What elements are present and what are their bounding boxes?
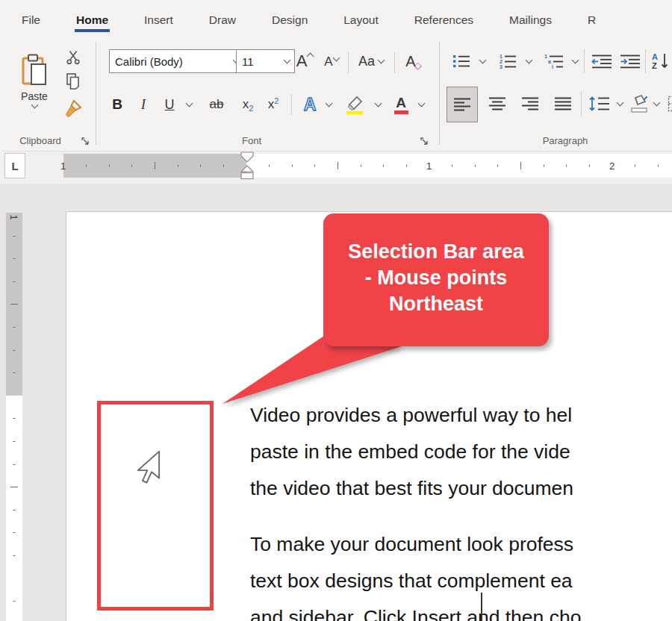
bold-button[interactable]: B — [106, 90, 128, 119]
superscript-2: 2 — [274, 96, 279, 105]
font-color-bar — [394, 110, 408, 114]
first-line-indent-marker[interactable] — [241, 152, 253, 162]
borders-button[interactable] — [663, 87, 672, 121]
hanging-indent-marker[interactable] — [241, 166, 253, 172]
numbering-chevron-icon — [525, 57, 532, 64]
svg-text:A: A — [652, 52, 658, 61]
text-highlight-button[interactable] — [339, 90, 370, 119]
multilevel-chevron-icon — [571, 57, 579, 64]
align-left-button[interactable] — [447, 87, 478, 122]
vertical-ruler-number: 1 — [9, 209, 19, 225]
sort-button[interactable]: AZ — [648, 46, 672, 76]
tab-layout[interactable]: Layout — [326, 7, 396, 32]
svg-text:2: 2 — [500, 59, 503, 64]
tab-draw[interactable]: Draw — [191, 7, 254, 32]
subscript-button[interactable]: x 2 — [236, 90, 260, 119]
line-spacing-dropdown[interactable] — [614, 87, 626, 121]
text-insertion-caret — [481, 593, 482, 621]
italic-letter: I — [141, 96, 146, 113]
clear-formatting-eraser-icon: ◇ — [414, 60, 422, 71]
align-center-button[interactable] — [482, 87, 512, 121]
grow-font-caret-icon — [307, 52, 314, 60]
superscript-button[interactable]: x 2 — [261, 90, 285, 119]
text-effects-button[interactable]: A — [297, 90, 323, 119]
group-divider — [96, 42, 96, 145]
line-spacing-chevron-icon — [616, 99, 623, 107]
strikethrough-button[interactable]: ab — [200, 90, 233, 119]
text-highlight-dropdown[interactable] — [372, 90, 384, 119]
align-left-icon — [453, 97, 471, 112]
italic-button[interactable]: I — [133, 90, 154, 119]
copy-icon — [66, 72, 81, 90]
subscript-x: x — [243, 97, 249, 112]
shading-dropdown[interactable] — [651, 87, 662, 121]
horizontal-ruler-ticks: 112 — [0, 154, 672, 178]
multilevel-list-button[interactable]: 1ai — [539, 46, 569, 76]
tab-home[interactable]: Home — [58, 7, 126, 32]
clear-formatting-button[interactable]: A ◇ — [399, 48, 429, 75]
numbering-button[interactable]: 123 — [494, 46, 521, 76]
line-spacing-button[interactable] — [585, 87, 614, 121]
tab-design[interactable]: Design — [254, 7, 326, 32]
font-size-value: 11 — [242, 55, 254, 68]
shading-button[interactable] — [627, 87, 653, 121]
font-name-value: Calibri (Body) — [115, 55, 183, 68]
indent-markers[interactable] — [239, 152, 255, 183]
left-indent-marker[interactable] — [241, 173, 253, 179]
borders-icon — [668, 96, 672, 112]
bullets-dropdown[interactable] — [476, 46, 488, 76]
selection-bar-highlight-rectangle — [97, 401, 214, 611]
svg-text:1: 1 — [500, 54, 503, 59]
copy-button[interactable] — [63, 70, 84, 93]
change-case-button[interactable]: Aa — [352, 48, 390, 75]
underline-button[interactable]: U — [158, 90, 181, 119]
document-paragraph-2[interactable]: To make your document look profess text … — [250, 526, 581, 621]
paragraph-group-label: Paragraph — [513, 135, 617, 146]
cut-button[interactable] — [63, 48, 84, 67]
clipboard-dialog-launcher[interactable] — [79, 135, 90, 146]
format-painter-button[interactable] — [60, 97, 84, 121]
callout-bubble: Selection Bar area - Mouse points Northe… — [323, 213, 549, 346]
decrease-indent-icon — [591, 54, 612, 69]
decrease-indent-button[interactable] — [588, 46, 615, 76]
small-divider — [348, 52, 349, 73]
small-divider — [394, 52, 395, 73]
font-size-combobox[interactable]: 11 — [236, 49, 295, 73]
bullets-chevron-icon — [479, 57, 486, 64]
align-right-button[interactable] — [515, 87, 545, 121]
tab-review-truncated[interactable]: R — [570, 7, 614, 32]
grow-font-button[interactable]: A — [291, 48, 318, 75]
document-paragraph-1[interactable]: Video provides a powerful way to hel pas… — [250, 397, 573, 507]
line-spacing-icon — [589, 96, 610, 112]
change-case-chevron-icon — [378, 57, 385, 64]
font-color-button[interactable]: A — [387, 90, 415, 119]
multilevel-dropdown[interactable] — [569, 46, 581, 76]
subscript-2: 2 — [249, 104, 253, 113]
tab-insert[interactable]: Insert — [126, 7, 191, 32]
bullets-button[interactable] — [448, 46, 475, 76]
font-name-combobox[interactable]: Calibri (Body) — [109, 49, 244, 73]
callout-line: - Mouse points — [323, 265, 549, 291]
numbered-list-icon: 123 — [499, 53, 517, 69]
bullet-list-icon — [452, 54, 470, 69]
underline-dropdown[interactable] — [182, 90, 196, 119]
text-line: paste in the embed code for the vide — [250, 434, 573, 470]
font-color-dropdown[interactable] — [415, 90, 427, 119]
shrink-font-caret-icon — [332, 54, 340, 61]
text-line: To make your document look profess — [250, 526, 581, 563]
callout-line: Selection Bar area — [323, 239, 549, 265]
increase-indent-button[interactable] — [617, 46, 644, 76]
shrink-font-button[interactable]: A — [320, 49, 343, 75]
numbering-dropdown[interactable] — [523, 46, 535, 76]
shading-chevron-icon — [653, 99, 660, 107]
justify-button[interactable] — [548, 87, 578, 121]
tab-references[interactable]: References — [396, 7, 491, 32]
font-color-chevron-icon — [417, 100, 425, 107]
text-effects-dropdown[interactable] — [323, 90, 335, 119]
format-painter-brush-icon — [63, 99, 82, 119]
svg-text:Z: Z — [652, 61, 657, 70]
font-dialog-launcher[interactable] — [418, 135, 429, 146]
tab-mailings[interactable]: Mailings — [491, 7, 570, 32]
align-center-icon — [488, 96, 506, 111]
font-size-chevron-icon — [284, 57, 291, 64]
